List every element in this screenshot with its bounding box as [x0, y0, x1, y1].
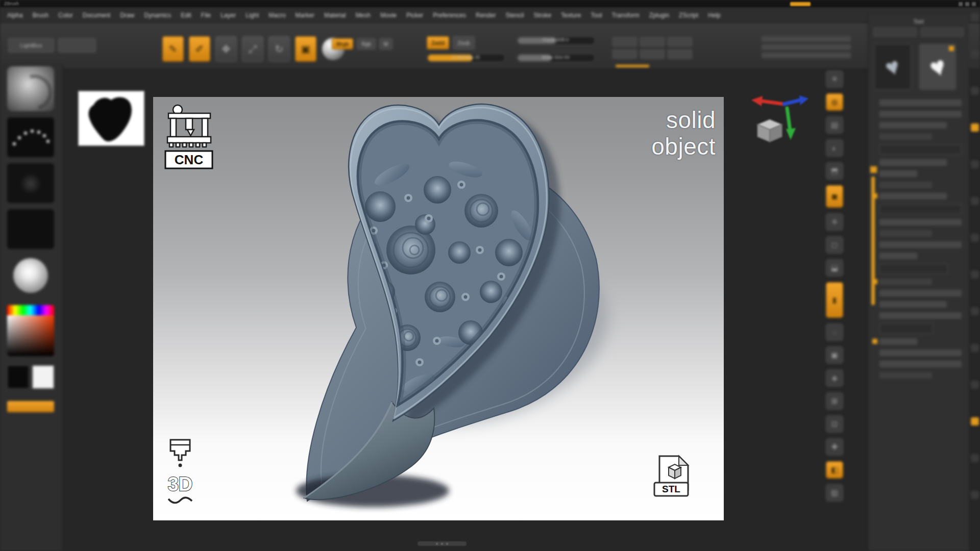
menu-item[interactable]: Dynamics [144, 12, 171, 19]
box-dot-icon[interactable]: ⊡ [826, 415, 843, 433]
menu-item[interactable]: Marker [296, 12, 314, 19]
menu-item[interactable]: Brush [33, 12, 48, 19]
canvas-scrollbar[interactable] [418, 541, 467, 546]
panel-control[interactable] [879, 372, 932, 379]
layer-dock-icon[interactable] [971, 234, 979, 242]
menu-item[interactable]: ZScript [679, 12, 698, 19]
menu-item[interactable]: Material [324, 12, 346, 19]
panel-control[interactable] [879, 241, 962, 248]
texture-thumbnail[interactable] [7, 209, 54, 249]
menu-item[interactable]: Document [83, 12, 111, 19]
plus-icon[interactable]: ✚ [826, 438, 843, 456]
active-tool-preview[interactable] [78, 91, 144, 146]
shelf-ghost-button[interactable] [58, 38, 96, 53]
menu-item[interactable]: Edit [181, 12, 191, 19]
current-brush-thumbnail[interactable] [7, 66, 54, 111]
alpha-dock-icon[interactable] [971, 123, 979, 132]
menu-item[interactable]: Preferences [433, 12, 466, 19]
circle-icon[interactable]: ◌ [826, 323, 843, 341]
alpha-thumbnail[interactable] [7, 163, 54, 203]
panel-control[interactable] [879, 312, 962, 319]
panel-control[interactable] [879, 361, 962, 367]
zsub-toggle[interactable]: Zsub [453, 36, 474, 49]
panel-control[interactable] [879, 301, 947, 308]
panel-control[interactable] [879, 99, 962, 106]
menu-item[interactable]: File [201, 12, 211, 19]
rotate-tool-button[interactable]: ↻ [268, 36, 290, 62]
panel-control[interactable] [879, 264, 948, 274]
load-tool-button[interactable] [873, 28, 917, 37]
panel-control[interactable] [879, 204, 962, 214]
mrgb-toggle[interactable]: Mrgb [332, 38, 353, 49]
add-grid-icon[interactable]: ⊞ [826, 392, 843, 410]
menu-item[interactable]: Macro [268, 12, 285, 19]
spotlight-icon[interactable]: ✳ [826, 70, 843, 88]
rows-icon[interactable]: ▥ [826, 484, 843, 502]
frame-icon[interactable]: ⬒ [826, 162, 843, 180]
brush-dock-icon[interactable] [971, 50, 979, 58]
material-dock-icon[interactable] [971, 197, 979, 205]
texture-dock-icon[interactable] [971, 160, 979, 168]
color-picker[interactable] [7, 305, 54, 356]
split-icon[interactable]: ◧ [826, 461, 843, 479]
main-color-swatch[interactable] [7, 365, 29, 389]
document-dock-icon[interactable] [971, 344, 979, 352]
save-tool-button[interactable] [921, 28, 964, 37]
help-dock-icon[interactable] [971, 491, 979, 499]
panel-control[interactable] [879, 290, 962, 296]
macro-dock-icon[interactable] [971, 454, 979, 462]
draw-size-slider[interactable]: Draw Size 64 [517, 54, 595, 62]
divider-icon[interactable] [971, 13, 979, 21]
material-thumbnail[interactable] [13, 258, 48, 293]
layer-icon[interactable]: ⬓ [826, 259, 843, 277]
menu-item[interactable]: Layer [220, 12, 236, 19]
menu-item[interactable]: Stroke [533, 12, 551, 19]
panel-control[interactable] [879, 111, 962, 117]
z-intensity-slider[interactable]: Z Intensity 25 [427, 54, 505, 62]
menu-item[interactable]: Alpha [7, 12, 23, 19]
zadd-toggle[interactable]: Zadd [427, 36, 449, 49]
menu-item[interactable]: Mesh [356, 12, 371, 19]
solo-icon[interactable]: ◼ [826, 185, 843, 208]
hue-strip[interactable] [7, 305, 54, 315]
panel-control[interactable] [879, 253, 917, 259]
menu-item[interactable]: Movie [380, 12, 397, 19]
tool-thumbnail-heart[interactable]: ♥ [874, 44, 911, 90]
doc-icon[interactable]: ▣ [826, 346, 843, 364]
menu-item[interactable]: Help [708, 12, 721, 19]
panel-control[interactable] [879, 144, 962, 155]
scale-tool-button[interactable]: ⤢ [242, 36, 263, 62]
prefs-dock-icon[interactable] [971, 417, 979, 425]
menu-item[interactable]: Color [58, 12, 73, 19]
movie-dock-icon[interactable] [971, 381, 979, 389]
panel-control[interactable] [879, 323, 933, 334]
half-icon[interactable]: ◐ [826, 139, 843, 157]
move-tool-button[interactable]: ✥ [215, 36, 237, 62]
menu-item[interactable]: Tool [591, 12, 602, 19]
menu-item[interactable]: Picker [406, 12, 423, 19]
panel-control[interactable] [879, 230, 932, 237]
menu-item[interactable]: Draw [120, 12, 134, 19]
m-toggle[interactable]: M [379, 38, 393, 49]
stroke-mode-button[interactable]: ▣ [295, 36, 316, 62]
panel-control[interactable] [879, 193, 947, 199]
orientation-gizmo[interactable] [746, 83, 811, 150]
menu-item[interactable]: Stencil [505, 12, 524, 19]
menu-item[interactable]: Zplugin [649, 12, 669, 19]
menu-item[interactable]: Texture [561, 12, 581, 19]
stroke-thumbnail[interactable] [7, 117, 54, 157]
panel-control[interactable] [879, 170, 917, 177]
secondary-color-swatch[interactable] [32, 365, 54, 389]
shelf-extra-toggles[interactable] [612, 37, 692, 59]
sculpt-pen-button[interactable]: ✐ [189, 36, 210, 62]
panel-control[interactable] [879, 349, 962, 356]
zoom-slider-icon[interactable]: ▮ [826, 282, 843, 318]
panel-control[interactable] [879, 133, 932, 140]
move-icon[interactable]: ✛ [826, 213, 843, 231]
subtool-accent-toggle[interactable] [870, 166, 877, 173]
gem-icon[interactable]: ◈ [826, 369, 843, 387]
window-controls[interactable] [959, 2, 976, 6]
render-dock-icon[interactable] [971, 270, 979, 279]
panel-control[interactable] [879, 122, 947, 129]
menu-item[interactable]: Render [476, 12, 496, 19]
